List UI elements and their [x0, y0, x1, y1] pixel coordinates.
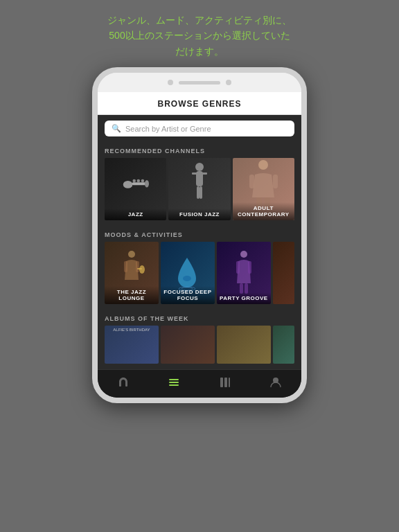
fusion-jazz-label: FUSION JAZZ — [171, 211, 227, 218]
svg-point-0 — [123, 181, 132, 188]
moods-label: MOODS & ACTIVITIES — [98, 226, 301, 242]
svg-rect-34 — [169, 384, 179, 386]
adult-contemporary-label: ADULT CONTEMPORARY — [236, 205, 292, 218]
bottom-nav — [98, 369, 301, 398]
browse-title: BROWSE GENRES — [98, 99, 301, 109]
svg-rect-36 — [224, 378, 227, 387]
svg-rect-9 — [202, 172, 207, 175]
svg-point-6 — [195, 163, 204, 171]
adult-contemporary-channel-card[interactable]: ADULT CONTEMPORARY — [233, 158, 294, 220]
albums-grid: ALFIE'S BIRTHDAY — [98, 326, 301, 369]
search-icon: 🔍 — [112, 124, 121, 133]
search-placeholder-text: Search by Artist or Genre — [125, 125, 211, 133]
svg-rect-30 — [119, 384, 121, 387]
svg-rect-15 — [249, 175, 254, 188]
svg-rect-26 — [236, 261, 240, 274]
svg-point-22 — [183, 276, 191, 281]
svg-rect-31 — [125, 384, 127, 387]
deep-focus-label: FOCUSED DEEP FOCUS — [163, 289, 212, 301]
nav-headphones[interactable] — [116, 375, 130, 392]
svg-rect-16 — [273, 175, 278, 188]
svg-point-12 — [258, 160, 268, 170]
svg-point-25 — [240, 251, 247, 258]
svg-rect-21 — [137, 268, 142, 269]
svg-rect-32 — [169, 379, 179, 380]
svg-rect-18 — [124, 261, 127, 272]
search-bar[interactable]: 🔍 Search by Artist or Genre — [105, 121, 294, 136]
svg-rect-1 — [132, 182, 146, 185]
partial-mood-card[interactable] — [273, 242, 294, 304]
app-background: ジャンル、ムード、アクティビティ別に、 500以上のステーションから選択していた… — [0, 0, 399, 532]
channels-grid: JAZZ — [98, 158, 301, 226]
browse-header: BROWSE GENRES — [98, 92, 301, 115]
jazz-lounge-mood-card[interactable]: THE JAZZ LOUNGE — [105, 242, 159, 304]
fusion-jazz-channel-card[interactable]: FUSION JAZZ — [168, 158, 230, 220]
svg-rect-37 — [229, 378, 230, 387]
album-card-4[interactable] — [273, 326, 294, 364]
svg-rect-27 — [248, 261, 251, 274]
svg-point-3 — [132, 179, 136, 182]
nav-profile[interactable] — [269, 375, 283, 392]
jazz-label: JAZZ — [107, 211, 163, 218]
svg-rect-11 — [200, 186, 202, 199]
svg-rect-19 — [136, 261, 139, 272]
album-card-2[interactable] — [161, 326, 215, 364]
jazz-lounge-label: THE JAZZ LOUNGE — [107, 289, 156, 301]
svg-rect-33 — [169, 382, 179, 383]
album-1-text: ALFIE'S BIRTHDAY — [105, 326, 159, 334]
deep-focus-mood-card[interactable]: FOCUSED DEEP FOCUS — [161, 242, 215, 304]
party-groove-label: PARTY GROOVE — [220, 295, 268, 301]
svg-rect-10 — [197, 186, 200, 199]
nav-menu[interactable] — [167, 375, 181, 392]
search-bar-container: 🔍 Search by Artist or Genre — [98, 115, 301, 142]
svg-rect-35 — [220, 378, 223, 387]
svg-point-2 — [145, 180, 149, 188]
party-groove-mood-card[interactable]: PARTY GROOVE — [217, 242, 271, 304]
album-card-1[interactable]: ALFIE'S BIRTHDAY — [105, 326, 159, 364]
svg-point-5 — [141, 179, 144, 182]
phone-frame: BROWSE GENRES 🔍 Search by Artist or Genr… — [92, 67, 307, 403]
album-card-3[interactable] — [217, 326, 271, 364]
recommended-label: RECOMMENDED CHANNELS — [98, 142, 301, 158]
jazz-channel-card[interactable]: JAZZ — [105, 158, 166, 220]
header-text: ジャンル、ムード、アクティビティ別に、 500以上のステーションから選択していた… — [0, 0, 399, 67]
svg-rect-8 — [192, 172, 197, 175]
nav-library[interactable] — [218, 375, 232, 392]
albums-label: ALBUMS OF THE WEEK — [98, 310, 301, 326]
svg-point-17 — [128, 251, 135, 258]
svg-point-4 — [136, 179, 140, 182]
moods-grid: THE JAZZ LOUNGE — [98, 242, 301, 310]
